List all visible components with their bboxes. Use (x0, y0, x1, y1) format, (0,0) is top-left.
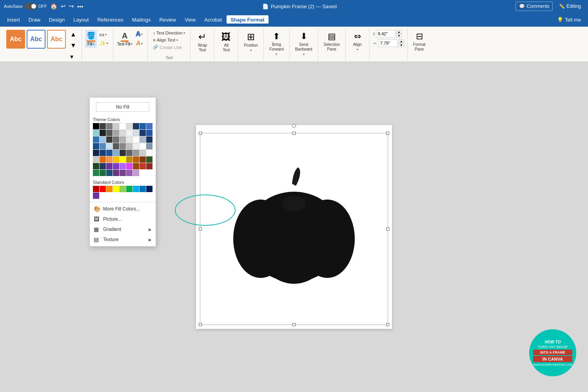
dropdown-menu-item[interactable]: ▤ Texture ▶ (90, 234, 156, 245)
theme-color-swatch[interactable] (146, 156, 152, 163)
standard-color-swatch[interactable] (93, 192, 99, 199)
theme-color-swatch[interactable] (113, 163, 119, 169)
bring-forward-btn[interactable]: ⬆ BringForward ▾ (267, 30, 286, 58)
menu-shape-format[interactable]: Shape Format (227, 15, 269, 24)
theme-color-swatch[interactable] (120, 143, 126, 149)
standard-color-swatch[interactable] (93, 186, 99, 192)
standard-color-swatch[interactable] (140, 186, 146, 192)
theme-color-swatch[interactable] (126, 123, 132, 129)
no-fill-btn[interactable]: No Fill (96, 102, 149, 112)
standard-color-swatch[interactable] (126, 186, 132, 192)
theme-color-swatch[interactable] (126, 150, 132, 156)
theme-color-swatch[interactable] (106, 163, 113, 169)
theme-color-swatch[interactable] (140, 163, 146, 169)
theme-color-swatch[interactable] (140, 150, 146, 156)
theme-color-swatch[interactable] (120, 163, 126, 169)
standard-color-swatch[interactable] (113, 186, 119, 192)
text-fill-a-btn[interactable]: A Text Fill▾ (116, 31, 133, 47)
theme-color-swatch[interactable] (120, 170, 126, 176)
styles-more[interactable]: ▾ (68, 52, 78, 62)
theme-color-swatch[interactable] (100, 123, 106, 129)
theme-color-swatch[interactable] (93, 150, 99, 156)
dropdown-menu-item[interactable]: 🎨 More Fill Colors... (90, 204, 156, 214)
theme-color-swatch[interactable] (133, 143, 139, 149)
theme-color-swatch[interactable] (126, 130, 132, 136)
theme-color-swatch[interactable] (120, 156, 126, 163)
theme-color-swatch[interactable] (140, 143, 146, 149)
theme-color-swatch[interactable] (140, 156, 146, 163)
theme-color-swatch[interactable] (120, 136, 126, 143)
pumpkin-image[interactable] (227, 160, 361, 294)
style-btn-3[interactable]: Abc (47, 30, 66, 49)
theme-color-swatch[interactable] (106, 130, 113, 136)
theme-color-swatch[interactable] (133, 136, 139, 143)
theme-color-swatch[interactable] (113, 170, 119, 176)
theme-color-swatch[interactable] (113, 123, 119, 129)
create-link-btn[interactable]: 🔗 Create Link (151, 44, 183, 51)
handle-br[interactable] (386, 323, 389, 326)
theme-color-swatch[interactable] (100, 163, 106, 169)
standard-color-swatch[interactable] (133, 186, 139, 192)
theme-color-swatch[interactable] (120, 150, 126, 156)
theme-color-swatch[interactable] (126, 143, 132, 149)
theme-color-swatch[interactable] (133, 150, 139, 156)
rotate-handle[interactable] (292, 124, 296, 128)
width-up-btn[interactable]: ▲ (399, 39, 404, 43)
theme-color-swatch[interactable] (126, 136, 132, 143)
menu-insert[interactable]: Insert (3, 15, 24, 24)
undo-icon[interactable]: ↩ (61, 3, 66, 10)
theme-color-swatch[interactable] (146, 163, 152, 169)
theme-color-swatch[interactable] (126, 163, 132, 169)
theme-color-swatch[interactable] (100, 130, 106, 136)
text-effects-btn[interactable]: A ▾ (134, 39, 145, 48)
theme-color-swatch[interactable] (106, 156, 113, 163)
theme-color-swatch[interactable] (146, 130, 152, 136)
theme-color-swatch[interactable] (113, 136, 119, 143)
theme-color-swatch[interactable] (133, 123, 139, 129)
selection-pane-btn[interactable]: ▤ SelectionPane (321, 30, 342, 53)
autosave-toggle[interactable]: AutoSave OFF (4, 3, 47, 9)
standard-color-swatch[interactable] (100, 186, 106, 192)
standard-color-swatch[interactable] (120, 186, 126, 192)
shape-effects-btn[interactable]: ✨ ▾ (98, 39, 110, 47)
theme-color-swatch[interactable] (126, 170, 132, 176)
menu-view[interactable]: View (181, 15, 200, 24)
theme-color-swatch[interactable] (106, 150, 113, 156)
autosave-toggle-btn[interactable] (24, 3, 37, 9)
format-pane-btn[interactable]: ⊟ FormatPane (411, 30, 428, 53)
menu-design[interactable]: Design (45, 15, 69, 24)
handle-tr[interactable] (386, 132, 389, 135)
theme-color-swatch[interactable] (133, 130, 139, 136)
dropdown-menu-item[interactable]: ▦ Gradient ▶ (90, 224, 156, 234)
menu-mailings[interactable]: Mailings (128, 15, 155, 24)
theme-color-swatch[interactable] (146, 150, 152, 156)
styles-scroll-up[interactable]: ▲ (68, 30, 78, 39)
handle-bm[interactable] (292, 323, 296, 326)
tell-me[interactable]: 💡 Tell me (553, 15, 585, 24)
theme-color-swatch[interactable] (133, 170, 139, 176)
redo-icon[interactable]: ↪ (69, 3, 74, 10)
position-btn[interactable]: ⊞ Position ▾ (241, 30, 260, 54)
comments-button[interactable]: 💬 Comments (515, 2, 553, 11)
more-icon[interactable]: ••• (77, 3, 83, 10)
shape-fill-btn[interactable]: 🪣 Fill▾ (85, 30, 97, 48)
theme-color-swatch[interactable] (93, 156, 99, 163)
handle-bl[interactable] (199, 323, 202, 326)
editing-button[interactable]: ✏️ Editing (556, 2, 584, 11)
theme-color-swatch[interactable] (133, 156, 139, 163)
align-btn[interactable]: ⇔ Align ▾ (349, 30, 366, 53)
theme-color-swatch[interactable] (100, 170, 106, 176)
menu-draw[interactable]: Draw (25, 15, 44, 24)
theme-color-swatch[interactable] (93, 136, 99, 143)
theme-color-swatch[interactable] (106, 143, 113, 149)
text-direction-btn[interactable]: ↕ Text Direction ▾ (151, 30, 187, 36)
theme-color-swatch[interactable] (120, 123, 126, 129)
theme-color-swatch[interactable] (133, 163, 139, 169)
home-icon[interactable]: 🏠 (50, 3, 58, 10)
standard-color-swatch[interactable] (146, 186, 152, 192)
theme-color-swatch[interactable] (106, 123, 113, 129)
wrap-text-btn[interactable]: ↵ WrapText (194, 30, 211, 54)
theme-color-swatch[interactable] (146, 123, 152, 129)
height-down-btn[interactable]: ▼ (396, 34, 402, 38)
align-text-btn[interactable]: ≡ Align Text ▾ (151, 37, 180, 43)
